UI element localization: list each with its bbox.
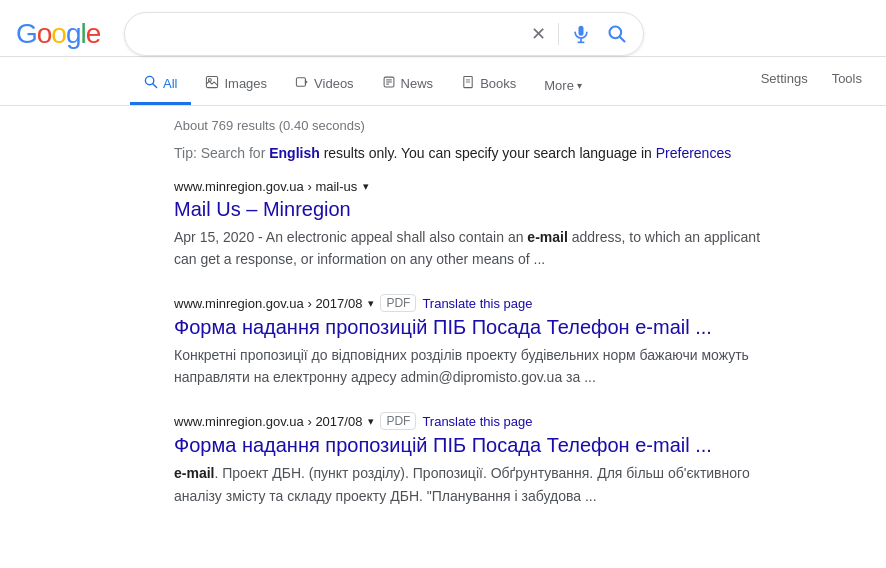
search-bar: site:www.minregion.gov.ua intext:e-mail …: [124, 12, 644, 56]
result-1-url-row: www.minregion.gov.ua › mail-us ▾: [174, 179, 774, 194]
tab-books[interactable]: Books: [447, 65, 530, 105]
result-3-url: www.minregion.gov.ua › 2017/08: [174, 414, 362, 429]
logo-letter-e: e: [86, 18, 101, 49]
nav-tabs: All Images Videos: [130, 65, 596, 105]
svg-marker-10: [305, 79, 308, 85]
result-2-url-arrow[interactable]: ▾: [368, 297, 374, 310]
preferences-link[interactable]: Preferences: [656, 145, 731, 161]
clear-button[interactable]: ✕: [527, 19, 550, 49]
result-2-snippet: Конкретні пропозиції до відповідних розд…: [174, 344, 774, 388]
result-2: www.minregion.gov.ua › 2017/08 ▾ PDF Tra…: [174, 294, 774, 388]
tip-bar: Tip: Search for English results only. Yo…: [174, 145, 860, 161]
tools-link[interactable]: Tools: [824, 67, 870, 90]
logo-letter-g: G: [16, 18, 37, 49]
header: Google site:www.minregion.gov.ua intext:…: [0, 0, 886, 57]
result-3-url-row: www.minregion.gov.ua › 2017/08 ▾ PDF Tra…: [174, 412, 774, 430]
settings-link[interactable]: Settings: [753, 67, 816, 90]
logo-letter-g2: g: [66, 18, 81, 49]
result-3-url-arrow[interactable]: ▾: [368, 415, 374, 428]
result-2-badge: PDF: [380, 294, 416, 312]
svg-line-4: [620, 37, 625, 42]
tab-all[interactable]: All: [130, 65, 191, 105]
main-content: About 769 results (0.40 seconds) Tip: Se…: [0, 106, 860, 507]
logo-letter-o1: o: [37, 18, 52, 49]
results-stats: About 769 results (0.40 seconds): [174, 118, 860, 133]
tab-images[interactable]: Images: [191, 65, 281, 105]
result-1-url-arrow[interactable]: ▾: [363, 180, 369, 193]
all-icon: [144, 75, 158, 92]
nav-tabs-row: All Images Videos: [0, 57, 886, 106]
logo-letter-o2: o: [51, 18, 66, 49]
english-link[interactable]: English: [269, 145, 320, 161]
result-1-title[interactable]: Mail Us – Minregion: [174, 196, 774, 222]
result-1: www.minregion.gov.ua › mail-us ▾ Mail Us…: [174, 179, 774, 270]
tip-middle: results only. You can specify your searc…: [320, 145, 656, 161]
result-3-snippet: e-mail. Проект ДБН. (пункт розділу). Про…: [174, 462, 774, 506]
result-3-badge: PDF: [380, 412, 416, 430]
result-3: www.minregion.gov.ua › 2017/08 ▾ PDF Tra…: [174, 412, 774, 506]
result-3-title[interactable]: Форма надання пропозицій ПІБ Посада Теле…: [174, 432, 774, 458]
search-bar-icons: ✕: [527, 19, 631, 49]
search-button[interactable]: [603, 20, 631, 48]
search-input[interactable]: site:www.minregion.gov.ua intext:e-mail: [137, 25, 519, 43]
books-icon: [461, 75, 475, 92]
google-logo[interactable]: Google: [16, 18, 100, 50]
mic-button[interactable]: [567, 20, 595, 48]
result-2-translate[interactable]: Translate this page: [422, 296, 532, 311]
svg-line-6: [153, 84, 157, 88]
svg-rect-9: [296, 78, 305, 86]
result-2-url-row: www.minregion.gov.ua › 2017/08 ▾ PDF Tra…: [174, 294, 774, 312]
images-icon: [205, 75, 219, 92]
result-3-translate[interactable]: Translate this page: [422, 414, 532, 429]
svg-rect-0: [579, 26, 584, 36]
more-label: More: [544, 78, 574, 93]
tab-news[interactable]: News: [368, 65, 448, 105]
result-2-title[interactable]: Форма надання пропозицій ПІБ Посада Теле…: [174, 314, 774, 340]
news-icon: [382, 75, 396, 92]
tab-videos[interactable]: Videos: [281, 65, 368, 105]
more-chevron-icon: ▾: [577, 80, 582, 91]
divider: [558, 23, 559, 45]
videos-icon: [295, 75, 309, 92]
tip-prefix: Tip: Search for: [174, 145, 269, 161]
result-1-snippet: Apr 15, 2020 - An electronic appeal shal…: [174, 226, 774, 270]
more-dropdown[interactable]: More ▾: [530, 68, 596, 103]
result-1-url: www.minregion.gov.ua › mail-us: [174, 179, 357, 194]
result-2-url: www.minregion.gov.ua › 2017/08: [174, 296, 362, 311]
